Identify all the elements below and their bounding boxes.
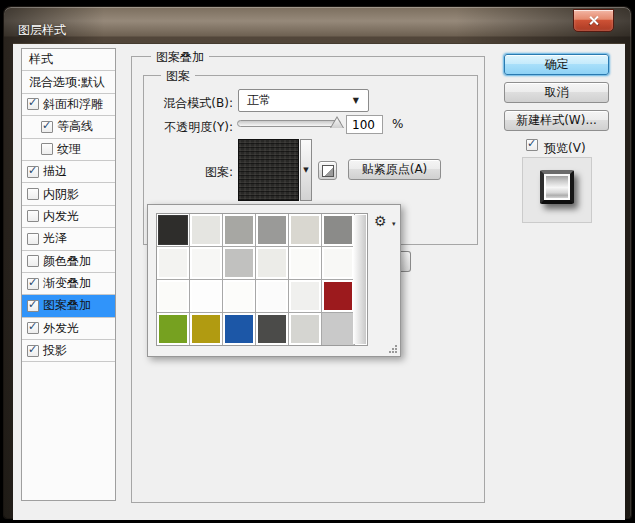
swatch-fill bbox=[225, 249, 253, 277]
effect-checkbox[interactable]: ✓ bbox=[27, 345, 39, 357]
gear-menu-caret-icon[interactable]: ▾ bbox=[392, 220, 396, 228]
effect-checkbox[interactable] bbox=[27, 233, 39, 245]
sidebar-item-label: 外发光 bbox=[43, 320, 79, 337]
sidebar-item-6[interactable]: 内阴影 bbox=[22, 183, 115, 205]
pattern-picker-toggle[interactable]: ▼ bbox=[300, 139, 312, 201]
swatch-fill bbox=[258, 249, 286, 277]
opacity-input[interactable] bbox=[346, 115, 383, 134]
new-pattern-button[interactable] bbox=[318, 161, 337, 180]
sidebar-item-10[interactable]: ✓渐变叠加 bbox=[22, 273, 115, 295]
swatch-fill bbox=[324, 216, 352, 244]
blend-mode-value: 正常 bbox=[239, 92, 271, 109]
sidebar-item-2[interactable]: ✓斜面和浮雕 bbox=[22, 94, 115, 116]
blend-mode-select[interactable]: 正常 ▼ bbox=[238, 89, 369, 112]
sidebar-item-3[interactable]: ✓等高线 bbox=[22, 116, 115, 138]
check-icon: ✓ bbox=[28, 343, 37, 356]
new-style-button[interactable]: 新建样式(W)... bbox=[504, 110, 609, 131]
pattern-swatch-dark-fabric[interactable] bbox=[157, 214, 189, 246]
swatch-fill bbox=[192, 216, 220, 244]
sidebar-item-8[interactable]: 光泽 bbox=[22, 228, 115, 250]
effect-checkbox[interactable]: ✓ bbox=[27, 98, 39, 110]
sidebar-item-label: 渐变叠加 bbox=[43, 275, 91, 292]
sidebar-item-label: 颜色叠加 bbox=[43, 253, 91, 270]
swatch-fill bbox=[324, 282, 352, 310]
effect-checkbox[interactable]: ✓ bbox=[27, 300, 39, 312]
close-icon bbox=[588, 15, 599, 26]
swatch-scrollbar-track[interactable] bbox=[353, 215, 366, 344]
pattern-swatch-empty bbox=[322, 313, 354, 345]
pattern-swatch-white-2[interactable] bbox=[322, 247, 354, 279]
sidebar-item-label: 混合选项:默认 bbox=[29, 74, 105, 91]
check-icon: ✓ bbox=[28, 298, 37, 311]
effect-checkbox[interactable] bbox=[27, 210, 39, 222]
sidebar-item-11[interactable]: ✓图案叠加 bbox=[22, 295, 115, 317]
effect-checkbox[interactable] bbox=[27, 255, 39, 267]
sidebar-item-4[interactable]: 纹理 bbox=[22, 139, 115, 161]
snap-to-origin-button[interactable]: 贴紧原点(A) bbox=[348, 159, 441, 180]
pattern-swatch-dark-red[interactable] bbox=[322, 280, 354, 312]
pattern-swatch-white-1[interactable] bbox=[289, 247, 321, 279]
gear-icon[interactable]: ⚙ bbox=[374, 214, 387, 228]
opacity-unit: % bbox=[392, 117, 403, 131]
pattern-swatch-gray-stone[interactable] bbox=[223, 214, 255, 246]
popup-resize-grip[interactable] bbox=[388, 344, 397, 353]
current-pattern-thumbnail[interactable] bbox=[238, 139, 299, 201]
check-icon: ✓ bbox=[527, 137, 536, 150]
opacity-slider-track[interactable] bbox=[237, 120, 341, 127]
pattern-swatch-olive-yellow[interactable] bbox=[190, 313, 222, 345]
pattern-swatch-pale-gray[interactable] bbox=[289, 280, 321, 312]
sidebar-item-9[interactable]: 颜色叠加 bbox=[22, 251, 115, 273]
swatch-fill bbox=[291, 249, 319, 277]
pattern-swatch-white-5[interactable] bbox=[223, 280, 255, 312]
preview-label: 预览(V) bbox=[544, 140, 586, 157]
pattern-swatch-white-4[interactable] bbox=[190, 280, 222, 312]
pattern-swatch-light-gray[interactable] bbox=[223, 247, 255, 279]
ok-button[interactable]: 确定 bbox=[504, 54, 609, 75]
swatch-fill bbox=[258, 282, 286, 310]
pattern-swatch-mottled-light[interactable] bbox=[289, 214, 321, 246]
effect-checkbox[interactable] bbox=[27, 188, 39, 200]
pattern-swatch-light-paper[interactable] bbox=[190, 214, 222, 246]
check-icon: ✓ bbox=[28, 164, 37, 177]
pattern-swatch-dark-grain[interactable] bbox=[322, 214, 354, 246]
close-button[interactable] bbox=[573, 9, 614, 32]
blend-mode-label: 混合模式(B): bbox=[140, 95, 233, 112]
pattern-swatch-white-6[interactable] bbox=[256, 280, 288, 312]
pattern-swatch-grid bbox=[157, 214, 355, 345]
check-icon: ✓ bbox=[28, 96, 37, 109]
effect-checkbox[interactable]: ✓ bbox=[27, 322, 39, 334]
pattern-swatch-blue[interactable] bbox=[223, 313, 255, 345]
effect-checkbox[interactable]: ✓ bbox=[27, 166, 39, 178]
pattern-swatch-charcoal[interactable] bbox=[256, 313, 288, 345]
preview-checkbox[interactable]: ✓ bbox=[526, 139, 538, 151]
sidebar-item-13[interactable]: ✓投影 bbox=[22, 340, 115, 362]
cancel-button[interactable]: 取消 bbox=[504, 82, 609, 103]
sidebar-item-label: 内发光 bbox=[43, 208, 79, 225]
screen: 图层样式 样式混合选项:默认✓斜面和浮雕✓等高线纹理✓描边内阴影内发光光泽颜色叠… bbox=[0, 0, 635, 523]
hidden-control-fragment bbox=[401, 251, 411, 272]
pattern-swatch-white-fibers[interactable] bbox=[256, 247, 288, 279]
sidebar-item-0[interactable]: 样式 bbox=[22, 49, 115, 71]
pattern-swatch-green[interactable] bbox=[157, 313, 189, 345]
swatch-fill bbox=[324, 249, 352, 277]
effect-checkbox[interactable]: ✓ bbox=[41, 121, 53, 133]
sidebar-item-label: 描边 bbox=[43, 163, 67, 180]
sidebar-item-1[interactable]: 混合选项:默认 bbox=[22, 71, 115, 93]
swatch-fill bbox=[192, 315, 220, 343]
pattern-swatch-off-white-2[interactable] bbox=[190, 247, 222, 279]
swatch-fill bbox=[258, 315, 286, 343]
pattern-swatch-white-3[interactable] bbox=[157, 280, 189, 312]
swatch-fill bbox=[192, 282, 220, 310]
check-icon: ✓ bbox=[28, 320, 37, 333]
swatch-fill bbox=[225, 216, 253, 244]
sidebar-item-12[interactable]: ✓外发光 bbox=[22, 318, 115, 340]
pattern-swatch-speckle[interactable] bbox=[289, 313, 321, 345]
pattern-swatch-off-white-1[interactable] bbox=[157, 247, 189, 279]
effect-checkbox[interactable]: ✓ bbox=[27, 278, 39, 290]
effect-checkbox[interactable] bbox=[41, 143, 53, 155]
sidebar-item-5[interactable]: ✓描边 bbox=[22, 161, 115, 183]
sidebar-item-7[interactable]: 内发光 bbox=[22, 206, 115, 228]
pattern-swatch-mid-gray[interactable] bbox=[256, 214, 288, 246]
chevron-down-icon: ▼ bbox=[353, 96, 359, 105]
swatch-fill bbox=[159, 216, 187, 244]
